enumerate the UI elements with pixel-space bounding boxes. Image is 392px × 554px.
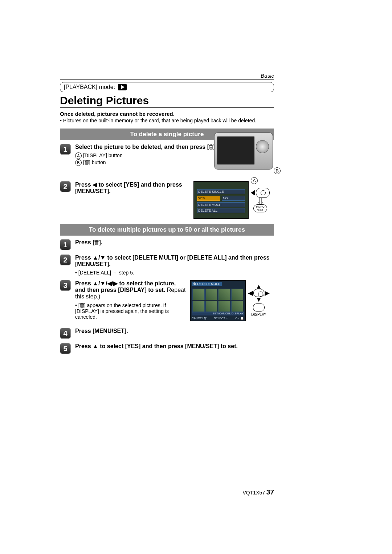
lcd-yes-no: DELETE SINGLE YES NO DELETE MULTI DELETE… (193, 181, 270, 219)
lcd2-footer: CANCEL 🗑 SELECT ✦ OK 📋 (192, 317, 244, 320)
multi-step3-bold: Press ▲/▼/◀/▶ to select the picture, and… (75, 280, 176, 293)
step-number: 1 (60, 239, 71, 250)
lcd2-thumbs (192, 289, 243, 313)
lcd-multi: 🗑 DELETE MULTI SET/CANCEL DISPLAY CANCEL… (190, 280, 270, 321)
lcd-line: DELETE ALL (197, 208, 245, 213)
dpad-4way: ▲ ◀ ▶ ▼ DISPLAY (248, 284, 270, 317)
arrow-left-icon (251, 190, 255, 196)
trash-icon (209, 144, 213, 150)
svg-rect-23 (81, 303, 83, 304)
callout-a: A (251, 177, 258, 184)
arrow-down-icon: ▼ (256, 297, 262, 302)
page-number: 37 (266, 488, 274, 496)
svg-rect-5 (211, 145, 212, 146)
step-number: 1 (60, 144, 71, 155)
multi-step1-b: ]. (99, 239, 102, 245)
callout-b: B (274, 167, 281, 174)
lcd2-header: 🗑 DELETE MULTI (192, 282, 222, 286)
lcd-no: NO (222, 196, 245, 201)
playback-icon (118, 84, 127, 90)
multi-step5-text: Press ▲ to select [YES] and then press [… (75, 343, 238, 349)
svg-rect-17 (96, 240, 97, 241)
trash-icon (94, 240, 99, 245)
arrow-left-icon: ◀ (248, 290, 253, 296)
multi-step1-a: Press [ (75, 239, 94, 245)
mode-label: [PLAYBACK] mode: (64, 84, 115, 90)
page-title: Deleting Pictures (60, 94, 274, 108)
step1-text-a: Select the picture to be deleted, and th… (75, 144, 209, 150)
step2-text: Press ◀ to select [YES] and then press [… (75, 182, 182, 194)
warning-text: Once deleted, pictures cannot be recover… (60, 111, 274, 117)
multi-step2-text: Press ▲/▼ to select [DELETE MULTI] or [D… (75, 254, 270, 267)
intro-note: Pictures on the built-in memory or the c… (60, 118, 274, 123)
section-delete-multi: To delete multiple pictures up to 50 or … (60, 224, 274, 236)
step-number: 3 (60, 280, 71, 291)
menuset-icon: MENU /SET (253, 204, 267, 212)
multi-step4-text: Press [MENU/SET]. (75, 328, 128, 334)
dpad-diagram: ⇩ MENU /SET (251, 188, 270, 212)
ref-b-icon: B (75, 159, 82, 166)
trash-icon (85, 160, 89, 165)
page-footer: VQT1X57 37 (242, 488, 274, 496)
dpad-icon (256, 188, 270, 198)
ref-a-icon: A (75, 152, 82, 159)
svg-rect-11 (86, 160, 87, 161)
display-label: DISPLAY (251, 312, 266, 317)
mode-row: [PLAYBACK] mode: (60, 82, 274, 92)
trash-icon (80, 303, 84, 308)
lcd2-setrow: SET/CANCEL DISPLAY (192, 311, 244, 315)
step-number: 2 (60, 181, 71, 192)
doc-code: VQT1X57 (242, 490, 265, 496)
step-number: 5 (60, 343, 71, 354)
lcd-yes: YES (197, 196, 220, 201)
multi-step2-note: [DELETE ALL] → step 5. (75, 270, 274, 276)
ref-b-text-b: ] button (89, 159, 106, 165)
arrow-up-icon: ▲ (256, 284, 262, 289)
display-button-icon (253, 304, 265, 311)
camera-illustration: A B (214, 133, 278, 176)
dpad-icon (253, 289, 264, 297)
step-number: 2 (60, 254, 71, 265)
lcd-line: DELETE MULTI (197, 202, 245, 207)
ref-a-text: [DISPLAY] button (83, 152, 123, 158)
section-crumb: Basic (60, 73, 274, 80)
arrow-down-icon: ⇩ (256, 199, 265, 203)
step-number: 4 (60, 328, 71, 339)
lcd-line: DELETE SINGLE (197, 189, 245, 194)
arrow-right-icon: ▶ (265, 290, 270, 296)
